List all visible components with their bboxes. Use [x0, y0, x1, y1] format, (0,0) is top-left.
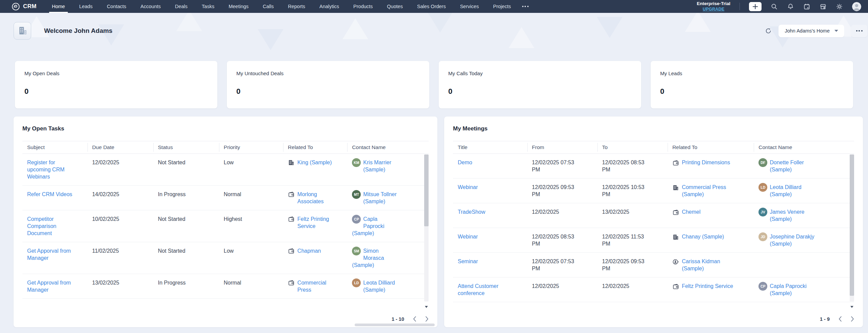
scrollbar-thumb[interactable] [424, 154, 429, 226]
nav-item-reports[interactable]: Reports [281, 0, 312, 13]
meeting-title-link[interactable]: Attend Customer conference [458, 283, 519, 297]
to-value: 12/02/2025 11:53 PM [602, 233, 653, 247]
meeting-title-link[interactable]: Webinar [458, 233, 478, 240]
settings-button[interactable] [836, 3, 843, 10]
meeting-title-link[interactable]: Demo [458, 159, 472, 166]
refresh-button[interactable] [765, 27, 772, 34]
subject-cell: Get Approval from Manager [22, 274, 87, 298]
title-cell: TradeShow [453, 203, 527, 228]
related-to-link[interactable]: Chanay (Sample) [682, 234, 724, 240]
related-to-link[interactable]: Carissa Kidman (Sample) [682, 258, 720, 271]
contact-name-link[interactable]: James Venere (Sample) [770, 209, 804, 222]
priority-cell: Low [219, 154, 283, 185]
quick-create-button[interactable] [749, 2, 762, 11]
contact-avatar: CP [758, 282, 767, 291]
column-header-from: From [527, 141, 597, 153]
search-button[interactable] [771, 3, 778, 10]
nav-item-leads[interactable]: Leads [72, 0, 100, 13]
related-to-cell: Carissa Kidman (Sample) [668, 253, 754, 277]
deal-icon [288, 279, 295, 286]
task-subject-link[interactable]: Register for upcoming CRM Webinars [27, 159, 73, 180]
related-to-link[interactable]: Feltz Printing Service [682, 283, 733, 289]
contact-name-link[interactable]: Josephine Darakjy (Sample) [770, 234, 814, 247]
nav-divider [739, 3, 740, 10]
user-avatar[interactable] [852, 2, 861, 11]
contact-name-link[interactable]: Donette Foller (Sample) [770, 160, 804, 172]
person-icon [852, 2, 861, 11]
table-row: Competitor Comparison Document10/02/2025… [22, 210, 429, 242]
nav-item-products[interactable]: Products [346, 0, 380, 13]
related-to-cell: Printing Dimensions [668, 154, 754, 178]
nav-item-projects[interactable]: Projects [486, 0, 518, 13]
previous-page-button[interactable] [839, 316, 842, 322]
column-header-due-date: Due Date [87, 141, 153, 153]
related-to-link[interactable]: King (Sample) [297, 159, 332, 166]
table-row: TradeShow12/02/202513/02/2025ChemelJVJam… [453, 203, 854, 228]
contact-avatar: DF [758, 158, 767, 167]
next-page-button[interactable] [425, 316, 429, 322]
task-subject-link[interactable]: Get Apporval from Manager [27, 247, 73, 262]
contact-name-cell: SMSimon Morasca (Sample) [347, 242, 429, 274]
to-cell: 12/02/2025 [597, 277, 668, 302]
nav-item-analytics[interactable]: Analytics [312, 0, 346, 13]
title-cell: Webinar [453, 179, 527, 203]
task-subject-link[interactable]: Get Approval from Manager [27, 279, 73, 293]
related-to-link[interactable]: Feltz Printing Service [297, 215, 334, 230]
related-to-link[interactable]: Commercial Press (Sample) [682, 184, 726, 197]
related-to-link[interactable]: Chapman [297, 247, 321, 254]
nav-item-contacts[interactable]: Contacts [100, 0, 133, 13]
meeting-title-link[interactable]: Seminar [458, 258, 478, 265]
nav-item-services[interactable]: Services [453, 0, 486, 13]
scroll-down-arrow[interactable] [850, 304, 854, 309]
task-subject-link[interactable]: Competitor Comparison Document [27, 215, 73, 237]
title-cell: Demo [453, 154, 527, 178]
vertical-scrollbar[interactable] [850, 154, 854, 301]
nav-item-home[interactable]: Home [45, 0, 72, 13]
contact-name-link[interactable]: Kris Marrier (Sample) [363, 160, 391, 172]
nav-item-meetings[interactable]: Meetings [221, 0, 256, 13]
notifications-button[interactable] [787, 3, 794, 10]
previous-page-button[interactable] [413, 316, 416, 322]
to-value: 12/02/2025 10:53 PM [602, 184, 653, 198]
related-to-link[interactable]: Printing Dimensions [682, 160, 730, 165]
nav-overflow-button[interactable] [520, 4, 531, 9]
horizontal-scrollbar[interactable] [355, 324, 435, 326]
contact-name-link[interactable]: Leota Dilliard (Sample) [770, 184, 801, 197]
priority-value: Low [224, 160, 234, 165]
store-icon [820, 3, 827, 10]
scrollbar-thumb[interactable] [850, 154, 854, 296]
scroll-down-arrow[interactable] [424, 304, 429, 309]
subject-cell: Get Apporval from Manager [22, 242, 87, 274]
home-view-selector[interactable]: John Adams's Home [778, 25, 844, 37]
next-page-button[interactable] [851, 316, 854, 322]
header-more-button[interactable] [851, 25, 867, 37]
crm-app-brand[interactable]: CRM [12, 2, 37, 11]
chevron-left-icon [413, 316, 416, 322]
marketplace-button[interactable] [820, 3, 827, 10]
meeting-title-link[interactable]: Webinar [458, 184, 478, 191]
contact-name-link[interactable]: Leota Dilliard (Sample) [363, 280, 395, 293]
vertical-scrollbar[interactable] [424, 154, 429, 301]
nav-item-deals[interactable]: Deals [168, 0, 195, 13]
task-subject-link[interactable]: Refer CRM Videos [27, 191, 72, 198]
meeting-title-link[interactable]: TradeShow [458, 208, 485, 215]
zoho-crm-logo-icon [12, 2, 20, 11]
calendar-button[interactable] [803, 3, 810, 10]
nav-item-accounts[interactable]: Accounts [133, 0, 168, 13]
nav-item-quotes[interactable]: Quotes [380, 0, 410, 13]
nav-item-sales-orders[interactable]: Sales Orders [410, 0, 453, 13]
due-date-cell: 11/02/2025 [87, 242, 153, 274]
contact-name-link[interactable]: Capla Paprocki (Sample) [770, 283, 807, 296]
upgrade-link[interactable]: UPGRADE [697, 7, 730, 12]
brand-name: CRM [23, 3, 37, 10]
related-to-link[interactable]: Chemel [682, 209, 701, 215]
nav-item-calls[interactable]: Calls [256, 0, 281, 13]
related-to-link[interactable]: Morlong Associates [297, 191, 334, 205]
related-to-cell: Commercial Press [283, 274, 347, 298]
related-to-link[interactable]: Commercial Press [297, 279, 334, 293]
bell-icon [787, 3, 794, 10]
nav-item-tasks[interactable]: Tasks [195, 0, 221, 13]
title-cell: Webinar [453, 228, 527, 252]
to-cell: 12/02/2025 10:53 PM [597, 179, 668, 203]
contact-name-link[interactable]: Mitsue Tollner (Sample) [363, 191, 396, 204]
